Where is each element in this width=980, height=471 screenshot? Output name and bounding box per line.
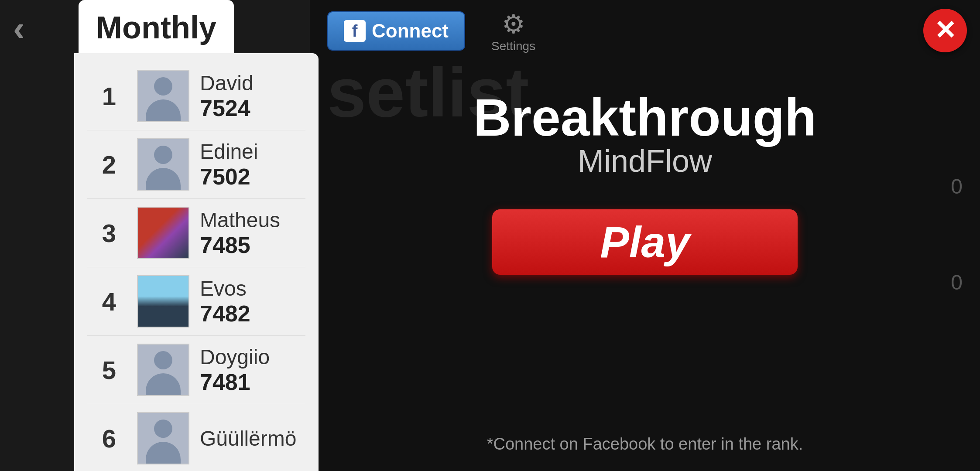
avatar-4	[137, 275, 189, 328]
footer-notice: *Connect on Facebook to enter in the ran…	[487, 435, 803, 454]
facebook-connect-button[interactable]: f Connect	[327, 11, 465, 51]
settings-label: Settings	[491, 39, 535, 53]
player-score-5: 7481	[200, 369, 270, 395]
avatar-1	[137, 70, 189, 122]
avatar-3	[137, 207, 189, 259]
close-icon: ✕	[934, 17, 956, 44]
song-artist: MindFlow	[473, 143, 817, 179]
facebook-icon: f	[344, 20, 366, 42]
leaderboard-entry-4: 4 Evos 7482	[87, 267, 305, 336]
close-button[interactable]: ✕	[923, 9, 967, 52]
player-name-6: Güüllërmö	[200, 427, 296, 451]
player-score-3: 7485	[200, 232, 280, 258]
leaderboard-list: 1 David 7524 2 Edinei 7502 3	[74, 53, 319, 471]
player-score-1: 7524	[200, 95, 254, 121]
player-info-6: Güüllërmö	[200, 427, 296, 451]
avatar-2	[137, 138, 189, 191]
score-bottom: 0	[951, 270, 963, 294]
song-title: Breakthrough	[473, 87, 817, 147]
leaderboard-entry-5: 5 Doygiio 7481	[87, 336, 305, 404]
player-name-3: Matheus	[200, 208, 280, 232]
back-button[interactable]: ‹	[13, 9, 25, 49]
monthly-tab-label: Monthly	[96, 10, 216, 45]
player-name-1: David	[200, 71, 254, 95]
gear-icon: ⚙	[502, 9, 525, 39]
rank-6: 6	[92, 424, 127, 453]
player-info-4: Evos 7482	[200, 276, 250, 327]
player-info-3: Matheus 7485	[200, 208, 280, 258]
player-score-2: 7502	[200, 164, 258, 190]
rank-2: 2	[92, 150, 127, 179]
leaderboard-entry-1: 1 David 7524	[87, 62, 305, 130]
rank-1: 1	[92, 82, 127, 111]
fb-connect-label: Connect	[372, 20, 449, 42]
score-top: 0	[951, 174, 963, 198]
leaderboard-entry-6: 6 Güüllërmö	[87, 404, 305, 471]
rank-4: 4	[92, 287, 127, 316]
player-name-5: Doygiio	[200, 345, 270, 369]
leaderboard-entry-3: 3 Matheus 7485	[87, 199, 305, 267]
game-panel: f Connect ⚙ Settings setlist Breakthroug…	[310, 0, 980, 471]
play-button[interactable]: Play	[492, 209, 798, 275]
leaderboard-panel: Monthly 1 David 7524 2 Edinei 7502	[74, 0, 319, 471]
play-label: Play	[600, 217, 690, 267]
leaderboard-entry-2: 2 Edinei 7502	[87, 130, 305, 199]
player-info-2: Edinei 7502	[200, 140, 258, 190]
player-name-4: Evos	[200, 276, 250, 300]
back-icon: ‹	[13, 9, 25, 48]
monthly-tab[interactable]: Monthly	[79, 0, 234, 53]
player-info-5: Doygiio 7481	[200, 345, 270, 395]
player-info-1: David 7524	[200, 71, 254, 121]
top-bar: f Connect ⚙ Settings	[310, 0, 980, 62]
song-info: Breakthrough MindFlow	[473, 87, 817, 179]
avatar-6	[137, 412, 189, 464]
player-score-4: 7482	[200, 300, 250, 327]
rank-5: 5	[92, 355, 127, 385]
avatar-5	[137, 344, 189, 396]
player-name-2: Edinei	[200, 140, 258, 164]
rank-3: 3	[92, 218, 127, 248]
settings-button[interactable]: ⚙ Settings	[491, 9, 535, 53]
